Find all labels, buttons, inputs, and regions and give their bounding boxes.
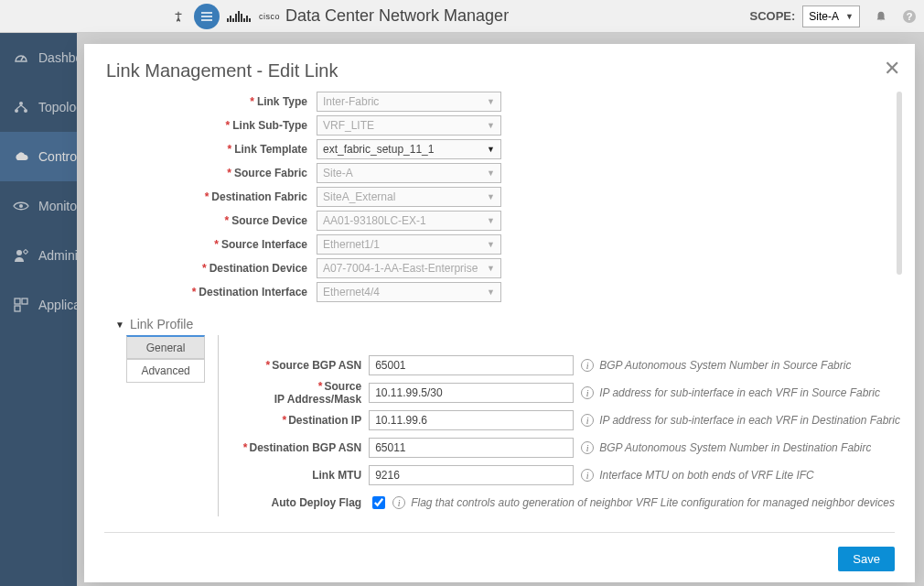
scrollbar-thumb[interactable] [897, 92, 902, 275]
select-destination-fabric[interactable]: SiteA_External [317, 187, 501, 207]
modal-link-management: Link Management - Edit Link ✕ *Link Type… [84, 44, 915, 582]
tabs-column: General Advanced [126, 335, 205, 516]
scope-area: SCOPE: Site-A ? [749, 5, 917, 27]
info-icon[interactable]: i [581, 414, 594, 427]
label-source-device: Source Device [231, 214, 307, 227]
section-header-link-profile[interactable]: ▼ Link Profile [115, 317, 900, 331]
select-link-sub-type[interactable]: VRF_LITE [317, 115, 501, 136]
select-value: SiteA_External [323, 190, 395, 203]
label-destination-interface: Destination Interface [199, 286, 307, 298]
select-value: Inter-Fabric [323, 95, 379, 108]
modal-footer: Save [838, 547, 895, 571]
info-icon[interactable]: i [581, 359, 594, 372]
select-link-type[interactable]: Inter-Fabric [317, 92, 501, 112]
info-icon[interactable]: i [581, 441, 594, 454]
label-destination-device: Destination Device [210, 262, 307, 275]
menu-button[interactable] [194, 4, 220, 29]
select-value: VRF_LITE [323, 119, 374, 132]
select-value: AA01-93180LC-EX-1 [323, 214, 426, 227]
label-source-bgp-asn: Source BGP ASN [272, 359, 361, 372]
label-link-mtu: Link MTU [312, 469, 361, 482]
scope-select[interactable]: Site-A [802, 5, 860, 27]
modal-title: Link Management - Edit Link [106, 60, 893, 81]
label-source-fabric: Source Fabric [234, 167, 307, 179]
select-destination-interface[interactable]: Ethernet4/4 [317, 282, 501, 302]
label-auto-deploy: Auto Deploy Flag [272, 496, 362, 509]
help-icon[interactable]: ? [902, 9, 917, 24]
info-icon[interactable]: i [392, 496, 405, 509]
label-link-sub-type: Link Sub-Type [232, 119, 307, 132]
select-source-interface[interactable]: Ethernet1/1 [317, 234, 501, 255]
select-value: Ethernet4/4 [323, 286, 380, 298]
label-destination-ip: Destination IP [288, 414, 361, 427]
modal-body: *Link TypeInter-Fabric *Link Sub-TypeVRF… [104, 90, 900, 531]
svg-text:?: ? [907, 11, 913, 22]
tab-advanced[interactable]: Advanced [126, 359, 205, 383]
bell-icon[interactable] [875, 10, 887, 23]
select-value: ext_fabric_setup_11_1 [323, 143, 434, 156]
info-icon[interactable]: i [581, 386, 594, 399]
select-destination-device[interactable]: A07-7004-1-AA-East-Enterprise [317, 258, 501, 278]
input-link-mtu[interactable] [369, 465, 574, 485]
input-source-ip-mask[interactable] [369, 383, 574, 403]
app-title: Data Center Network Manager [285, 6, 509, 26]
link-profile-area: General Advanced *Source BGP ASN i BGP A… [104, 335, 900, 516]
help-text: IP address for sub-interface in each VRF… [599, 386, 880, 399]
help-text: Flag that controls auto generation of ne… [411, 496, 895, 509]
caret-down-icon: ▼ [115, 320, 124, 330]
input-destination-ip[interactable] [369, 410, 574, 430]
label-source-interface: Source Interface [221, 238, 307, 251]
input-source-bgp-asn[interactable] [369, 355, 574, 375]
label-destination-fabric: Destination Fabric [211, 190, 307, 203]
close-icon[interactable]: ✕ [884, 57, 900, 81]
label-link-template: Link Template [234, 143, 307, 156]
tab-general[interactable]: General [126, 335, 205, 359]
select-value: A07-7004-1-AA-East-Enterprise [323, 262, 478, 275]
select-value: Ethernet1/1 [323, 238, 380, 251]
help-text: BGP Autonomous System Number in Destinat… [599, 441, 871, 454]
select-source-fabric[interactable]: Site-A [317, 163, 501, 183]
cisco-text: cisco [259, 12, 280, 21]
input-destination-bgp-asn[interactable] [369, 438, 574, 458]
select-value: Site-A [323, 167, 353, 179]
top-bar: cisco Data Center Network Manager SCOPE:… [0, 0, 924, 33]
label-link-type: Link Type [257, 95, 307, 108]
help-text: IP address for sub-interface in each VRF… [599, 414, 900, 427]
pin-icon[interactable] [172, 10, 185, 23]
select-source-device[interactable]: AA01-93180LC-EX-1 [317, 211, 501, 231]
scope-label: SCOPE: [749, 9, 795, 23]
save-button[interactable]: Save [838, 547, 895, 571]
divider [104, 532, 895, 533]
section-title: Link Profile [130, 317, 193, 331]
label-destination-bgp-asn: Destination BGP ASN [249, 441, 361, 454]
help-text: BGP Autonomous System Number in Source F… [599, 359, 851, 372]
select-link-template[interactable]: ext_fabric_setup_11_1 [317, 139, 501, 159]
profile-fields: *Source BGP ASN i BGP Autonomous System … [218, 335, 900, 516]
checkbox-auto-deploy[interactable] [372, 496, 385, 509]
info-icon[interactable]: i [581, 469, 594, 482]
scope-value: Site-A [809, 10, 839, 23]
cisco-logo [227, 11, 251, 22]
help-text: Interface MTU on both ends of VRF Lite I… [599, 469, 814, 482]
